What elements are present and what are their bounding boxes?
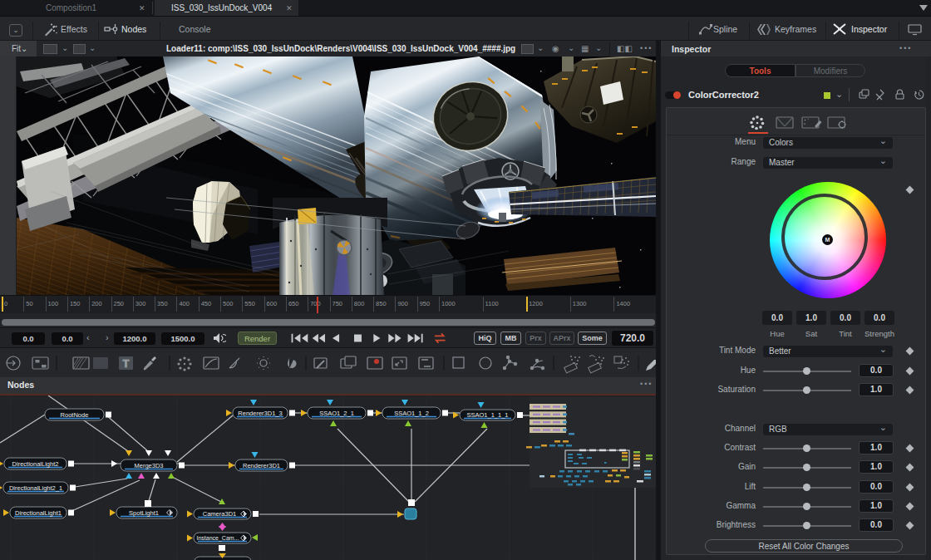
svg-text:RootNode: RootNode — [61, 411, 89, 419]
svg-text:DirectionalLight2_1: DirectionalLight2_1 — [9, 484, 62, 492]
svg-text:SpotLight1: SpotLight1 — [129, 509, 159, 517]
svg-text:Camera3D1: Camera3D1 — [203, 510, 236, 518]
svg-text:SSAO1_1_2: SSAO1_1_2 — [394, 410, 429, 417]
svg-text:DirectionalLight2: DirectionalLight2 — [12, 460, 59, 468]
svg-text:DirectionalLight1: DirectionalLight1 — [15, 509, 62, 517]
svg-text:T: T — [123, 358, 130, 370]
svg-text:Merge3D3: Merge3D3 — [134, 462, 163, 469]
svg-text:SSAO1_2_1: SSAO1_2_1 — [319, 410, 354, 417]
svg-text:Renderer3D1: Renderer3D1 — [243, 462, 280, 469]
svg-text:Instance_Cam...: Instance_Cam... — [197, 535, 239, 542]
svg-text:SSAO1_1_1_1: SSAO1_1_1_1 — [466, 411, 508, 419]
svg-text:Renderer3D1_3: Renderer3D1_3 — [238, 410, 282, 417]
